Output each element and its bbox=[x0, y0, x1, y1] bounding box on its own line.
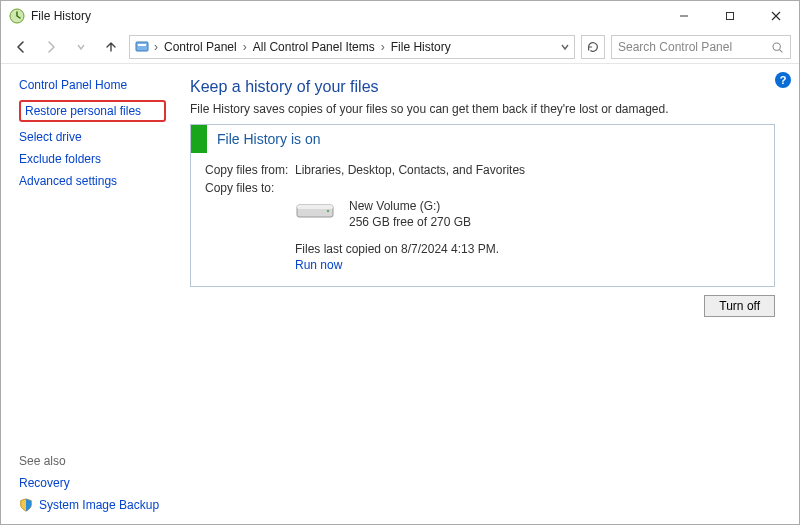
copy-to-label: Copy files to: bbox=[205, 181, 295, 195]
svg-point-7 bbox=[773, 43, 780, 50]
window-controls bbox=[661, 1, 799, 31]
refresh-button[interactable] bbox=[581, 35, 605, 59]
see-also-title: See also bbox=[19, 454, 159, 468]
svg-rect-10 bbox=[297, 205, 333, 209]
recent-dropdown-icon[interactable] bbox=[69, 35, 93, 59]
svg-point-11 bbox=[327, 210, 329, 212]
breadcrumb-file-history[interactable]: File History bbox=[389, 40, 453, 54]
maximize-button[interactable] bbox=[707, 1, 753, 31]
address-bar[interactable]: › Control Panel › All Control Panel Item… bbox=[129, 35, 575, 59]
svg-rect-2 bbox=[727, 13, 734, 20]
status-strip bbox=[191, 125, 207, 153]
see-also-recovery[interactable]: Recovery bbox=[19, 476, 159, 490]
control-panel-icon bbox=[134, 39, 150, 55]
drive-name: New Volume (G:) bbox=[349, 199, 471, 215]
page-subtitle: File History saves copies of your files … bbox=[190, 102, 775, 116]
see-also-system-image-backup[interactable]: System Image Backup bbox=[39, 498, 159, 512]
search-placeholder: Search Control Panel bbox=[618, 40, 771, 54]
drive-row: New Volume (G:) 256 GB free of 270 GB bbox=[295, 199, 760, 230]
drive-space: 256 GB free of 270 GB bbox=[349, 215, 471, 231]
breadcrumb-sep-icon: › bbox=[241, 40, 249, 54]
search-icon bbox=[771, 41, 784, 54]
breadcrumb-sep-icon: › bbox=[379, 40, 387, 54]
title-bar: File History bbox=[1, 1, 799, 31]
file-history-window: File History bbox=[0, 0, 800, 525]
see-also-section: See also Recovery System Image Backup bbox=[19, 454, 159, 512]
address-dropdown-icon[interactable] bbox=[560, 42, 570, 52]
copy-from-label: Copy files from: bbox=[205, 163, 295, 177]
breadcrumb-sep-icon: › bbox=[152, 40, 160, 54]
status-header: File History is on bbox=[191, 125, 774, 153]
run-now-link[interactable]: Run now bbox=[295, 258, 342, 272]
forward-button[interactable] bbox=[39, 35, 63, 59]
status-title: File History is on bbox=[207, 131, 320, 147]
search-input[interactable]: Search Control Panel bbox=[611, 35, 791, 59]
main-panel: ? Keep a history of your files File Hist… bbox=[176, 64, 799, 524]
see-also-system-image-backup-row: System Image Backup bbox=[19, 498, 159, 512]
nav-exclude-folders[interactable]: Exclude folders bbox=[19, 152, 166, 166]
up-button[interactable] bbox=[99, 35, 123, 59]
back-button[interactable] bbox=[9, 35, 33, 59]
last-copied-text: Files last copied on 8/7/2024 4:13 PM. bbox=[295, 242, 760, 256]
page-title: Keep a history of your files bbox=[190, 78, 775, 96]
close-button[interactable] bbox=[753, 1, 799, 31]
file-history-status-box: File History is on Copy files from: Libr… bbox=[190, 124, 775, 287]
svg-rect-6 bbox=[138, 44, 146, 46]
status-body: Copy files from: Libraries, Desktop, Con… bbox=[191, 153, 774, 286]
svg-rect-5 bbox=[136, 42, 148, 51]
breadcrumb-control-panel[interactable]: Control Panel bbox=[162, 40, 239, 54]
breadcrumb-all-items[interactable]: All Control Panel Items bbox=[251, 40, 377, 54]
shield-icon bbox=[19, 498, 33, 512]
navigation-bar: › Control Panel › All Control Panel Item… bbox=[1, 31, 799, 63]
window-title: File History bbox=[31, 9, 661, 23]
minimize-button[interactable] bbox=[661, 1, 707, 31]
turn-off-button[interactable]: Turn off bbox=[704, 295, 775, 317]
svg-line-8 bbox=[780, 49, 783, 52]
turn-off-row: Turn off bbox=[190, 295, 775, 317]
nav-control-panel-home[interactable]: Control Panel Home bbox=[19, 78, 166, 92]
drive-icon bbox=[295, 199, 335, 223]
nav-restore-personal-files[interactable]: Restore personal files bbox=[25, 104, 141, 118]
left-nav: Control Panel Home Restore personal file… bbox=[1, 64, 176, 524]
highlight-box: Restore personal files bbox=[19, 100, 166, 122]
app-icon bbox=[9, 8, 25, 24]
content-body: Control Panel Home Restore personal file… bbox=[1, 64, 799, 524]
nav-advanced-settings[interactable]: Advanced settings bbox=[19, 174, 166, 188]
help-button[interactable]: ? bbox=[775, 72, 791, 88]
nav-select-drive[interactable]: Select drive bbox=[19, 130, 166, 144]
copy-from-value: Libraries, Desktop, Contacts, and Favori… bbox=[295, 163, 760, 177]
